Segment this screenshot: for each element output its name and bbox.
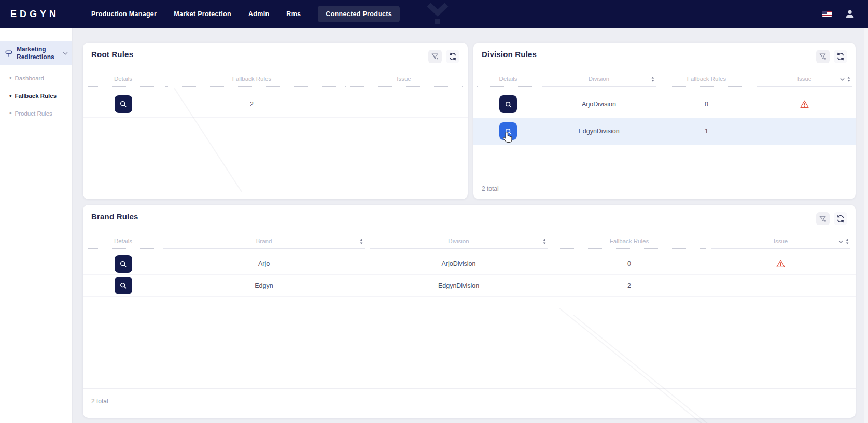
sidebar-item-dashboard[interactable]: • Dashboard — [0, 69, 72, 87]
column-header-details[interactable]: Details — [88, 76, 158, 87]
sidebar-items: • Dashboard • Fallback Rules • Product R… — [0, 69, 72, 122]
us-flag-icon[interactable] — [822, 11, 832, 17]
sidebar-item-product-rules[interactable]: • Product Rules — [0, 105, 72, 122]
warning-icon — [775, 259, 786, 269]
chevron-down-icon[interactable] — [840, 78, 845, 81]
details-search-button[interactable] — [115, 95, 132, 113]
main-nav: Production Manager Market Protection Adm… — [91, 6, 400, 22]
filter-remove-button[interactable] — [428, 50, 442, 63]
column-header-details[interactable]: Details — [477, 76, 539, 87]
total-count: 2 total — [482, 185, 499, 192]
issue-cell — [757, 99, 852, 109]
top-navbar: EDGYN Production Manager Market Protecti… — [0, 0, 868, 28]
brand-rules-header: Details Brand Division Fallback Rules Is… — [83, 238, 856, 249]
app-screen: EDGYN Production Manager Market Protecti… — [0, 0, 868, 423]
root-rules-actions — [428, 50, 459, 63]
root-rules-header: Details Fallback Rules Issue — [83, 76, 468, 87]
user-icon[interactable] — [844, 8, 856, 20]
table-row: ArjoDivision 0 — [473, 91, 856, 118]
root-rules-title: Root Rules — [91, 50, 133, 59]
fallback-rules-value: 2 — [553, 282, 706, 289]
brand-y-watermark-icon — [424, 2, 451, 29]
filter-remove-button[interactable] — [816, 212, 830, 225]
column-header-brand[interactable]: Brand — [163, 238, 365, 249]
root-rules-panel: Root Rules D — [83, 43, 468, 199]
warning-icon — [799, 99, 810, 109]
navbar-right — [822, 0, 856, 28]
division-value: EdgynDivision — [370, 282, 548, 289]
filter-remove-button[interactable] — [816, 50, 830, 63]
chevron-down-icon — [63, 52, 68, 55]
nav-production-manager[interactable]: Production Manager — [91, 10, 157, 18]
brand-rules-footer: 2 total — [83, 388, 856, 418]
division-rules-footer: 2 total — [473, 178, 856, 199]
table-row: 2 — [83, 91, 468, 118]
brand-rules-actions — [816, 212, 847, 225]
signpost-icon — [4, 49, 13, 58]
sidebar-section-marketing-redirections[interactable]: Marketing Redirections — [0, 41, 72, 65]
details-search-button[interactable] — [115, 277, 132, 294]
total-count: 2 total — [91, 398, 108, 405]
brand-rules-panel: Brand Rules — [83, 205, 856, 418]
division-rules-actions — [816, 50, 847, 63]
column-header-issue[interactable]: Issue — [757, 76, 852, 87]
nav-connected-products[interactable]: Connected Products — [318, 6, 400, 22]
division-value: ArjoDivision — [370, 260, 548, 267]
division-rules-title: Division Rules — [482, 50, 537, 59]
sidebar-section-label: Marketing Redirections — [17, 46, 63, 61]
sort-arrows-icon[interactable] — [651, 76, 655, 82]
scrollbar[interactable] — [864, 28, 868, 423]
edgyn-logo: EDGYN — [10, 9, 59, 20]
division-value: ArjoDivision — [542, 101, 656, 108]
column-header-division[interactable]: Division — [542, 76, 656, 87]
column-header-fallback-rules[interactable]: Fallback Rules — [553, 238, 706, 249]
root-rules-body: 2 — [83, 91, 468, 118]
fallback-rules-value: 2 — [165, 101, 338, 108]
column-header-division[interactable]: Division — [370, 238, 548, 249]
sidebar-item-fallback-rules[interactable]: • Fallback Rules — [0, 87, 72, 105]
sort-arrows-icon[interactable] — [542, 238, 547, 245]
table-row: Edgyn EdgynDivision 2 — [83, 275, 856, 297]
table-row: Arjo ArjoDivision 0 — [83, 253, 856, 275]
fallback-rules-value: 1 — [659, 128, 754, 135]
division-value: EdgynDivision — [542, 128, 656, 135]
chevron-down-icon[interactable] — [838, 240, 843, 243]
brand-value: Edgyn — [163, 282, 365, 289]
refresh-button[interactable] — [446, 50, 459, 63]
refresh-button[interactable] — [834, 212, 847, 225]
column-header-issue[interactable]: Issue — [345, 76, 463, 87]
nav-market-protection[interactable]: Market Protection — [174, 10, 231, 18]
refresh-button[interactable] — [834, 50, 847, 63]
division-rules-body: ArjoDivision 0 — [473, 91, 856, 145]
sidebar: Marketing Redirections • Dashboard • Fal… — [0, 28, 73, 423]
column-header-details[interactable]: Details — [88, 238, 158, 249]
brand-rules-title: Brand Rules — [91, 212, 138, 221]
division-rules-header: Details Division Fallback Rules Issue — [473, 76, 856, 87]
column-header-fallback-rules[interactable]: Fallback Rules — [659, 76, 754, 87]
sort-arrows-icon[interactable] — [845, 238, 849, 245]
column-header-issue[interactable]: Issue — [711, 238, 850, 249]
sort-arrows-icon[interactable] — [847, 76, 851, 82]
division-rules-panel: Division Rules — [473, 43, 856, 199]
details-search-button[interactable] — [499, 95, 517, 113]
details-search-button-hovered[interactable] — [499, 122, 517, 140]
sidebar-top-spacer — [0, 28, 72, 41]
nav-rms[interactable]: Rms — [286, 10, 301, 18]
nav-admin[interactable]: Admin — [248, 10, 269, 18]
table-row-selected: EdgynDivision 1 — [473, 118, 856, 145]
brand-value: Arjo — [163, 260, 365, 267]
column-header-fallback-rules[interactable]: Fallback Rules — [165, 76, 338, 87]
fallback-rules-value: 0 — [659, 101, 754, 108]
sort-arrows-icon[interactable] — [359, 238, 363, 245]
details-search-button[interactable] — [115, 255, 132, 273]
brand-rules-body: Arjo ArjoDivision 0 — [83, 253, 856, 297]
issue-cell — [711, 259, 850, 269]
fallback-rules-value: 0 — [553, 260, 706, 267]
